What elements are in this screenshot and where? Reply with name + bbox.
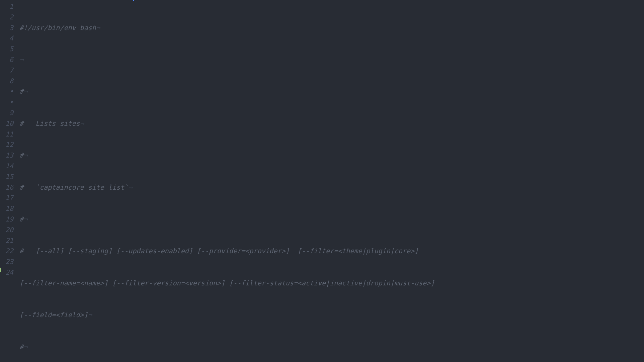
line-number: 14 <box>0 161 13 172</box>
comment: # `captaincore site list` <box>19 183 128 191</box>
wrap-indicator: • <box>0 97 13 108</box>
newline-icon: ¬ <box>23 215 27 223</box>
line-number: 16 <box>0 182 13 193</box>
line-number: 9 <box>0 108 13 118</box>
gutter-marker <box>0 268 1 272</box>
cursor-indicator <box>133 0 134 1</box>
newline-icon: ¬ <box>128 183 132 191</box>
code-line[interactable]: # [--all] [--staging] [--updates-enabled… <box>19 246 644 257</box>
comment: [--field=<field>] <box>19 311 88 319</box>
line-number: 5 <box>0 44 13 55</box>
line-number: 19 <box>0 214 13 225</box>
code-line[interactable]: # Lists sites¬ <box>19 118 644 129</box>
line-number: 20 <box>0 225 13 236</box>
newline-icon: ¬ <box>88 311 92 319</box>
newline-icon: ¬ <box>23 87 27 95</box>
line-number: 6 <box>0 55 13 65</box>
newline-icon: ¬ <box>80 119 84 127</box>
line-number: 2 <box>0 12 13 23</box>
comment: # <box>19 87 23 95</box>
line-number: 12 <box>0 140 13 150</box>
code-line[interactable]: ¬ <box>19 55 644 65</box>
shebang: #!/usr/bin/env bash <box>19 24 96 32</box>
line-number: 23 <box>0 257 13 267</box>
line-number: 4 <box>0 33 13 44</box>
line-number: 1 <box>0 1 13 12</box>
comment: # [--all] [--staging] [--updates-enabled… <box>19 247 422 255</box>
code-line[interactable]: [--field=<field>]¬ <box>19 310 644 321</box>
line-number: 24 <box>0 267 13 278</box>
line-number: 22 <box>0 246 13 257</box>
line-number: 11 <box>0 129 13 140</box>
wrap-indicator: • <box>0 86 13 97</box>
line-number: 15 <box>0 172 13 182</box>
line-number: 7 <box>0 65 13 76</box>
newline-icon: ¬ <box>19 56 23 64</box>
line-number: 21 <box>0 236 13 246</box>
line-number: 10 <box>0 118 13 129</box>
code-line[interactable]: [--filter-name=<name>] [--filter-version… <box>19 278 644 289</box>
line-number: 3 <box>0 23 13 33</box>
newline-icon: ¬ <box>23 151 27 159</box>
comment: # <box>19 151 23 159</box>
code-line[interactable]: #¬ <box>19 150 644 161</box>
newline-icon: ¬ <box>96 24 100 32</box>
code-editor[interactable]: 1 2 3 4 5 6 7 8 • • 9 10 11 12 13 14 15 … <box>0 0 644 362</box>
code-line[interactable]: #¬ <box>19 214 644 225</box>
code-line[interactable]: #¬ <box>19 86 644 97</box>
newline-icon: ¬ <box>23 343 27 351</box>
line-number: 8 <box>0 76 13 87</box>
line-number: 18 <box>0 203 13 214</box>
code-line[interactable]: #!/usr/bin/env bash¬ <box>19 23 644 33</box>
comment: # <box>19 343 23 351</box>
code-area[interactable]: #!/usr/bin/env bash¬ ¬ #¬ # Lists sites¬… <box>19 1 644 362</box>
comment: # Lists sites <box>19 119 80 127</box>
code-line[interactable]: # `captaincore site list`¬ <box>19 182 644 193</box>
line-number: 13 <box>0 150 13 161</box>
comment: # <box>19 215 23 223</box>
line-number-gutter: 1 2 3 4 5 6 7 8 • • 9 10 11 12 13 14 15 … <box>0 1 19 362</box>
code-line[interactable]: #¬ <box>19 342 644 353</box>
line-number: 17 <box>0 193 13 203</box>
comment: [--filter-name=<name>] [--filter-version… <box>19 279 438 287</box>
